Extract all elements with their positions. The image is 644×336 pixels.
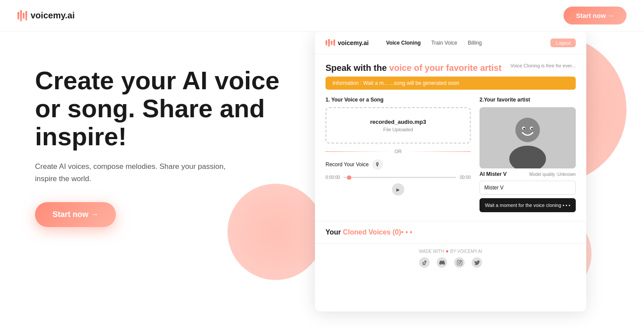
app-navbar: voicemy.ai Voice Cloning Train Voice Bil…	[315, 32, 586, 54]
app-logo-bar-3	[331, 41, 332, 45]
app-col-artist: 2.Your favorite artist	[480, 97, 576, 212]
artist-info-row: AI Mister V Model quality :Unknown	[480, 171, 576, 177]
app-title-highlight: voice of your favorite artist	[389, 63, 502, 73]
svg-point-8	[458, 262, 460, 263]
main-navbar: voicemy.ai Start now →	[0, 0, 644, 32]
file-upload-box[interactable]: recorded_audio.mp3 File Uploaded	[326, 107, 471, 144]
logo-bar-1	[18, 12, 19, 20]
svg-point-5	[523, 128, 525, 130]
app-logo-text: voicemy.ai	[338, 39, 369, 46]
file-name: recorded_audio.mp3	[333, 119, 463, 125]
cloned-highlight: Cloned Voices (0)• • •	[343, 228, 413, 236]
or-line-right	[405, 151, 471, 152]
cloned-voices-section: Your Cloned Voices (0)• • •	[315, 221, 586, 243]
app-logo-bar-4	[333, 39, 335, 46]
time-start: 0:00:00	[326, 175, 340, 180]
hero-heading-line2: or song. Share and	[35, 94, 265, 122]
hero-start-button[interactable]: Start now →	[35, 202, 116, 227]
footer-heart-icon: ♥	[446, 249, 448, 254]
app-main-content: Speak with the voice of your favorite ar…	[315, 54, 586, 221]
app-col-voice: 1. Your Voice or a Song recorded_audio.m…	[326, 97, 471, 212]
audio-player: 0:00:00 00:00	[326, 175, 471, 180]
info-banner: Information : Wait a m... ...song will b…	[326, 77, 576, 90]
app-logo-icon	[326, 39, 335, 47]
hero-section: Create your AI voice or song. Share and …	[0, 32, 306, 336]
logo-bar-2	[20, 10, 22, 21]
app-two-columns: 1. Your Voice or a Song recorded_audio.m…	[326, 97, 576, 212]
app-title: Speak with the voice of your favorite ar…	[326, 63, 501, 73]
or-line-left	[326, 151, 391, 152]
hero-heading-line1: Create your AI voice	[35, 66, 280, 94]
social-icons	[320, 257, 581, 268]
main-content: Create your AI voice or song. Share and …	[0, 0, 644, 336]
play-button[interactable]: ▶	[392, 183, 404, 196]
app-nav-billing[interactable]: Billing	[468, 40, 482, 46]
logo-bar-3	[23, 13, 24, 19]
file-status: File Uploaded	[333, 127, 463, 132]
logo-link[interactable]: voicemy.ai	[18, 10, 75, 21]
logo-bar-4	[25, 11, 27, 21]
instagram-icon[interactable]	[454, 257, 465, 268]
col1-label: 1. Your Voice or a Song	[326, 97, 471, 103]
or-divider: OR	[326, 149, 471, 154]
footer-made: MADE WITH ♥ BY VOICEMY.AI	[320, 249, 581, 254]
footer-made-text: MADE WITH	[419, 249, 444, 254]
discord-icon[interactable]	[437, 257, 447, 268]
clone-button[interactable]: Wait a moment for the voice cloning • • …	[480, 198, 576, 212]
svg-point-1	[515, 118, 540, 142]
app-nav-train-voice[interactable]: Train Voice	[431, 40, 458, 46]
app-logo-bar-1	[326, 40, 327, 46]
tiktok-icon[interactable]	[419, 257, 430, 268]
or-text: OR	[395, 149, 402, 154]
artist-name: AI Mister V	[480, 171, 507, 177]
svg-rect-7	[457, 260, 462, 265]
record-voice-row: Record Your Voice 🎙	[326, 159, 471, 170]
cloned-title-your: Your	[326, 228, 343, 236]
app-nav-voice-cloning[interactable]: Voice Cloning	[386, 40, 421, 46]
app-title-text: Speak with the	[326, 63, 389, 73]
logo-text: voicemy.ai	[31, 10, 75, 21]
svg-point-9	[460, 261, 461, 261]
app-preview-card: voicemy.ai Voice Cloning Train Voice Bil…	[315, 32, 586, 312]
cloned-title: Your Cloned Voices (0)• • •	[326, 228, 412, 236]
progress-dot	[347, 175, 351, 180]
nav-start-button[interactable]: Start now →	[564, 7, 626, 24]
app-logo: voicemy.ai	[326, 39, 369, 47]
app-logo-bar-2	[328, 39, 330, 47]
app-subtitle: Voice Cloning is free for ever...	[511, 63, 576, 68]
col2-label: 2.Your favorite artist	[480, 97, 576, 103]
footer-by-text: BY VOICEMY.AI	[450, 249, 482, 254]
hero-heading: Create your AI voice or song. Share and …	[35, 66, 280, 150]
app-logout-button[interactable]: Logout	[550, 38, 576, 47]
hero-subtext: Create AI voices, compose melodies. Shar…	[35, 161, 280, 184]
time-end: 00:00	[460, 175, 471, 180]
logo-icon	[18, 10, 27, 21]
record-label: Record Your Voice	[326, 161, 369, 168]
app-nav-links: Voice Cloning Train Voice Billing	[386, 40, 551, 46]
mic-icon[interactable]: 🎙	[372, 159, 383, 170]
artist-dropdown[interactable]: Mister V	[480, 181, 576, 195]
svg-point-6	[531, 128, 533, 130]
app-footer: MADE WITH ♥ BY VOICEMY.AI	[315, 243, 586, 273]
progress-bar[interactable]	[343, 177, 456, 178]
hero-heading-line3: inspire!	[35, 122, 127, 150]
artist-image	[480, 107, 576, 168]
twitter-icon[interactable]	[472, 257, 482, 268]
model-quality: Model quality :Unknown	[529, 172, 576, 177]
